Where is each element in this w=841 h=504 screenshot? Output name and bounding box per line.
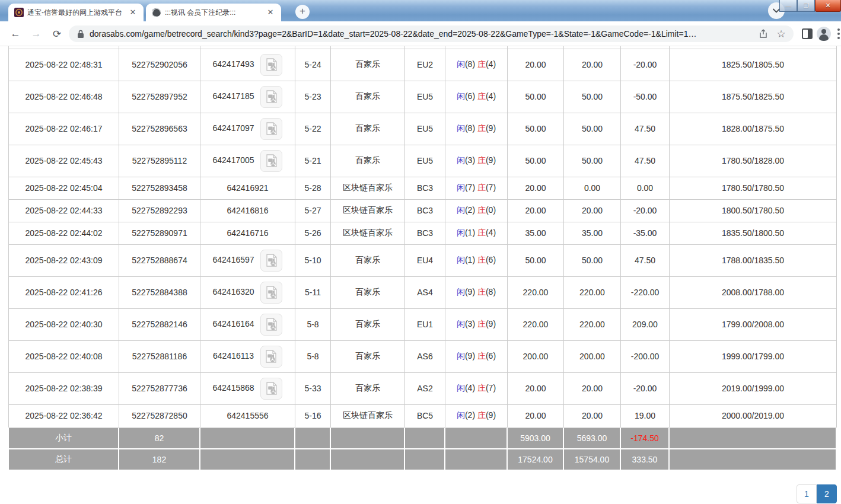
bet-amount-cell[interactable]: 50.00 xyxy=(508,244,564,276)
win-loss-cell: -220.00 xyxy=(621,276,670,308)
video-replay-button[interactable] xyxy=(260,250,282,272)
bet-amount-cell[interactable]: 50.00 xyxy=(508,81,564,113)
page-button-1[interactable]: 1 xyxy=(797,484,817,503)
game-no-cell: 642417097 xyxy=(200,113,295,145)
valid-amount-cell: 35.00 xyxy=(564,222,621,244)
game-no-cell: 642417185 xyxy=(200,81,295,113)
bet-amount-cell[interactable]: 50.00 xyxy=(508,145,564,177)
game-name-cell: 区块链百家乐 xyxy=(331,404,405,427)
video-replay-button[interactable] xyxy=(260,150,282,172)
win-loss-cell: 47.50 xyxy=(621,145,670,177)
table-no-cell: 5-10 xyxy=(295,244,331,276)
result-cell: 闲(6) 庄(4) xyxy=(445,81,508,113)
side-panel-icon[interactable] xyxy=(802,28,813,39)
bet-id-cell: 522752892293 xyxy=(119,199,200,222)
table-code-cell: AS6 xyxy=(405,340,445,372)
address-bar[interactable]: dorasabs.com/game/betrecord_search/kind3… xyxy=(69,25,794,42)
subtotal-row-cell xyxy=(330,428,404,449)
bet-id-cell: 522752888674 xyxy=(119,244,200,276)
bet-id-cell: 522752890971 xyxy=(119,222,200,244)
game-no-cell: 642416921 xyxy=(200,177,295,199)
bet-amount-cell[interactable]: 20.00 xyxy=(508,199,564,222)
bet-amount-cell[interactable]: 20.00 xyxy=(508,49,564,81)
video-replay-button[interactable] xyxy=(260,54,282,76)
video-replay-button[interactable] xyxy=(260,346,282,368)
video-replay-button[interactable] xyxy=(260,314,282,336)
game-name-cell: 区块链百家乐 xyxy=(331,222,405,244)
new-tab-button[interactable]: + xyxy=(295,5,310,19)
browser-tab-home[interactable]: 通宝-信誉最好的网上游戏平台 ✕ xyxy=(8,4,144,21)
result-cell: 闲(9) 庄(8) xyxy=(445,276,508,308)
subtotal-row-cell xyxy=(445,428,507,449)
video-replay-button[interactable] xyxy=(260,378,282,400)
bet-time-cell: 2025-08-22 02:45:04 xyxy=(9,177,119,199)
browser-menu-icon[interactable] xyxy=(837,28,840,39)
subtotal-row-cell xyxy=(404,428,445,449)
forward-button[interactable]: → xyxy=(29,27,43,41)
table-no-cell: 5-28 xyxy=(295,177,331,199)
bet-record-row: 2025-08-22 02:43:09522752888674642416597… xyxy=(9,244,837,276)
game-name-cell: 百家乐 xyxy=(331,145,405,177)
game-no-cell: 642416716 xyxy=(200,222,295,244)
bet-time-cell: 2025-08-22 02:48:31 xyxy=(9,49,119,81)
bookmark-star-icon[interactable]: ☆ xyxy=(775,27,788,40)
result-cell: 闲(8) 庄(9) xyxy=(445,113,508,145)
table-code-cell: EU5 xyxy=(405,113,445,145)
game-no-cell: 642416320 xyxy=(200,276,295,308)
subtotal-row-count-cell: 82 xyxy=(119,428,200,449)
valid-amount-cell: 20.00 xyxy=(564,49,621,81)
game-name-cell: 百家乐 xyxy=(331,276,405,308)
video-replay-button[interactable] xyxy=(260,118,282,140)
url-text: dorasabs.com/game/betrecord_search/kind3… xyxy=(90,29,752,39)
game-no-cell: 642416816 xyxy=(200,199,295,222)
page-button-2[interactable]: 2 xyxy=(817,484,837,503)
tab-close-icon[interactable]: ✕ xyxy=(266,8,275,17)
bet-id-cell: 522752902056 xyxy=(119,49,200,81)
bet-amount-cell[interactable]: 20.00 xyxy=(508,177,564,199)
window-close-button[interactable]: ✕ xyxy=(815,0,841,12)
balance-cell: 2000.00/2019.00 xyxy=(670,404,837,427)
window-maximize-button[interactable]: ❐ xyxy=(797,0,815,12)
game-no-cell: 642417493 xyxy=(200,49,295,81)
bet-amount-cell[interactable]: 220.00 xyxy=(508,308,564,340)
total-row-winloss-sum-cell: 333.50 xyxy=(620,449,669,470)
browser-tab-betrecord[interactable]: :::视讯 会员下注纪录::: ✕ xyxy=(146,4,281,21)
win-loss-cell: -35.00 xyxy=(621,222,670,244)
bet-record-row: 2025-08-22 02:41:26522752884388642416320… xyxy=(9,276,837,308)
tab-close-icon[interactable]: ✕ xyxy=(128,8,138,17)
table-no-cell: 5-16 xyxy=(295,404,331,427)
game-name-cell: 百家乐 xyxy=(331,81,405,113)
bet-amount-cell[interactable]: 220.00 xyxy=(508,276,564,308)
table-no-cell: 5-23 xyxy=(295,81,331,113)
result-cell: 闲(1) 庄(4) xyxy=(445,222,508,244)
win-loss-cell: -20.00 xyxy=(621,49,670,81)
bet-record-row: 2025-08-22 02:40:30522752882146642416164… xyxy=(9,308,837,340)
bet-amount-cell[interactable]: 35.00 xyxy=(508,222,564,244)
win-loss-cell: -200.00 xyxy=(621,340,670,372)
bet-id-cell: 522752884388 xyxy=(119,276,200,308)
valid-amount-cell: 220.00 xyxy=(564,308,621,340)
balance-cell: 1788.00/1835.50 xyxy=(670,244,837,276)
game-name-cell: 百家乐 xyxy=(331,113,405,145)
reload-button[interactable]: ⟳ xyxy=(50,27,64,41)
share-icon[interactable] xyxy=(757,27,770,40)
balance-cell: 1828.00/1875.50 xyxy=(670,113,837,145)
bet-id-cell: 522752897952 xyxy=(119,81,200,113)
balance-cell: 1800.50/1780.50 xyxy=(670,199,837,222)
bet-amount-cell[interactable]: 50.00 xyxy=(508,113,564,145)
window-minimize-button[interactable]: — xyxy=(779,0,797,12)
video-replay-button[interactable] xyxy=(260,86,282,108)
table-no-cell: 5-22 xyxy=(295,113,331,145)
bet-amount-cell[interactable]: 20.00 xyxy=(508,404,564,427)
profile-avatar-icon[interactable] xyxy=(817,27,831,41)
bet-time-cell: 2025-08-22 02:38:39 xyxy=(9,372,119,404)
bet-amount-cell[interactable]: 20.00 xyxy=(508,372,564,404)
back-button[interactable]: ← xyxy=(8,27,23,41)
game-no-cell: 642417005 xyxy=(200,145,295,177)
bet-id-cell: 522752872850 xyxy=(119,404,200,427)
bet-amount-cell[interactable]: 200.00 xyxy=(508,340,564,372)
subtotal-row-cell xyxy=(669,428,836,449)
bet-record-row: 2025-08-22 02:40:08522752881186642416113… xyxy=(9,340,837,372)
video-file-icon xyxy=(265,90,279,104)
video-replay-button[interactable] xyxy=(260,282,282,304)
